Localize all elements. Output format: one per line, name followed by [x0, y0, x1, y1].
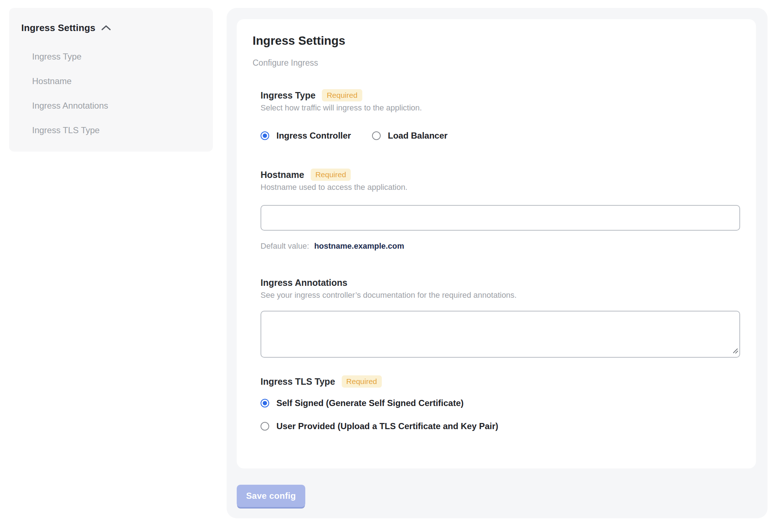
sidebar-item-ingress-tls-type[interactable]: Ingress TLS Type — [21, 118, 100, 143]
ingress-settings-card: Ingress Settings Configure Ingress Ingre… — [237, 19, 756, 468]
field-hostname: Hostname Required Hostname used to acces… — [261, 169, 740, 251]
default-value-text: hostname.example.com — [314, 241, 404, 250]
ingress-type-radio-group: Ingress Controller Load Balancer — [261, 131, 740, 141]
field-ingress-type: Ingress Type Required Select how traffic… — [261, 90, 740, 141]
radio-load-balancer[interactable]: Load Balancer — [372, 131, 447, 141]
radio-user-provided[interactable]: User Provided (Upload a TLS Certificate … — [261, 421, 740, 431]
resize-handle-icon[interactable] — [732, 347, 738, 355]
field-ingress-annotations: Ingress Annotations See your ingress con… — [261, 277, 740, 358]
radio-icon — [372, 131, 381, 140]
required-badge: Required — [342, 375, 382, 388]
ingress-annotations-label: Ingress Annotations — [261, 278, 348, 288]
radio-icon — [261, 422, 269, 431]
field-ingress-tls-type: Ingress TLS Type Required Self Signed (G… — [261, 376, 740, 431]
radio-icon — [261, 399, 269, 407]
required-badge: Required — [311, 169, 351, 181]
tls-radio-group: Self Signed (Generate Self Signed Certif… — [261, 398, 740, 431]
sidebar-item-ingress-type[interactable]: Ingress Type — [21, 44, 82, 69]
radio-label: Ingress Controller — [276, 131, 351, 141]
required-badge: Required — [322, 89, 362, 101]
ingress-form: Ingress Type Required Select how traffic… — [261, 90, 740, 431]
ingress-type-description: Select how traffic will ingress to the a… — [261, 103, 740, 113]
ingress-type-label: Ingress Type — [261, 90, 315, 101]
hostname-input[interactable] — [261, 205, 740, 231]
settings-panel: Ingress Settings Configure Ingress Ingre… — [227, 8, 768, 518]
radio-self-signed[interactable]: Self Signed (Generate Self Signed Certif… — [261, 398, 740, 408]
radio-ingress-controller[interactable]: Ingress Controller — [261, 131, 351, 141]
hostname-default-line: Default value: hostname.example.com — [261, 241, 740, 251]
settings-sidebar: Ingress Settings Ingress Type Hostname I… — [9, 8, 213, 152]
hostname-label: Hostname — [261, 170, 304, 180]
radio-label: Load Balancer — [388, 131, 447, 141]
sidebar-item-ingress-annotations[interactable]: Ingress Annotations — [21, 93, 108, 118]
save-config-button[interactable]: Save config — [237, 485, 305, 507]
ingress-annotations-description: See your ingress controller’s documentat… — [261, 291, 740, 300]
sidebar-section-toggle[interactable]: Ingress Settings — [21, 22, 111, 34]
sidebar-nav: Ingress Type Hostname Ingress Annotation… — [21, 44, 201, 143]
radio-label: Self Signed (Generate Self Signed Certif… — [276, 398, 464, 408]
page-title: Ingress Settings — [253, 34, 740, 48]
radio-label: User Provided (Upload a TLS Certificate … — [276, 421, 498, 431]
default-value-label: Default value: — [261, 241, 309, 250]
sidebar-item-hostname[interactable]: Hostname — [21, 69, 71, 93]
chevron-up-icon — [101, 25, 111, 31]
page-subtitle: Configure Ingress — [253, 58, 740, 68]
radio-icon — [261, 131, 269, 140]
sidebar-section-title: Ingress Settings — [21, 22, 95, 34]
hostname-description: Hostname used to access the application. — [261, 183, 740, 192]
ingress-tls-type-label: Ingress TLS Type — [261, 376, 335, 387]
ingress-annotations-textarea[interactable] — [261, 311, 740, 358]
